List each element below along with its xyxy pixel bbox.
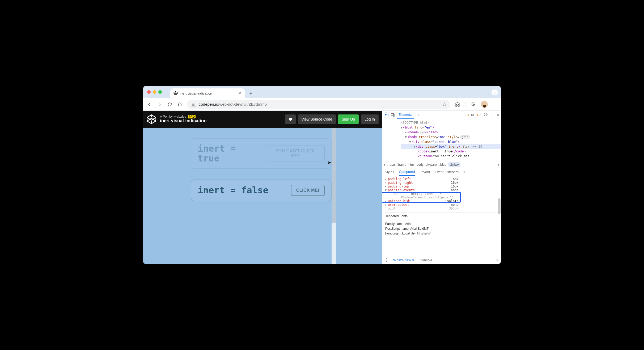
content-area: A Pen by web.dev PRO inert visual-indica… <box>143 111 501 264</box>
reload-button[interactable] <box>167 101 173 107</box>
styles-tabbar: Styles Computed Layout Event Listeners » <box>382 168 501 176</box>
demo-code-true: inert = true <box>198 144 260 164</box>
tab-layout[interactable]: Layout <box>420 170 430 174</box>
browser-window: inert visual-indication ✕ ＋ ⌄ codepen.io… <box>143 86 501 264</box>
settings-icon[interactable] <box>484 112 488 117</box>
drawer-menu-icon[interactable]: ⋮ <box>384 258 388 263</box>
devtools-panel: Elements » 13 7 ⋮ ✕ <!DOCTYPE html> ▼<ht… <box>382 111 501 264</box>
tab-styles-more[interactable]: » <box>463 170 465 174</box>
source-link[interactable]: ZEvdmmo?anon=tr…ew=fullpage:30 <box>385 196 501 199</box>
drawer-console[interactable]: Console <box>420 258 432 262</box>
devtools-tabbar: Elements » 13 7 ⋮ ✕ <box>382 111 501 119</box>
sign-up-button[interactable]: Sign Up <box>338 114 359 124</box>
love-button[interactable] <box>285 114 296 124</box>
crumb-prev-icon[interactable]: ◂ <box>383 163 385 167</box>
tab-event-listeners[interactable]: Event Listeners <box>435 170 459 174</box>
devtools-drawer: ⋮ What's new ✕ Console ✕ <box>382 256 501 264</box>
device-mode-icon[interactable] <box>391 113 395 117</box>
codepen-header: A Pen by web.dev PRO inert visual-indica… <box>143 111 382 128</box>
toolbar-actions: G ⋮ <box>455 101 497 108</box>
tab-list-button[interactable]: ⌄ <box>492 89 498 95</box>
demo-button-enabled[interactable]: CLICK ME! <box>291 185 325 196</box>
devtools-menu-icon[interactable]: ⋮ <box>490 113 494 117</box>
dom-ellipsis-icon: ⋯ <box>383 147 385 151</box>
demo-button-disabled: YOU CAN'T CLICK ME! <box>266 146 325 161</box>
codepen-favicon-icon <box>173 91 178 95</box>
tab-title: inert visual-indication <box>180 91 212 95</box>
view-source-button[interactable]: View Source Code <box>298 114 336 124</box>
svg-point-2 <box>485 114 486 115</box>
close-window-button[interactable] <box>147 90 151 94</box>
tab-styles[interactable]: Styles <box>385 170 394 174</box>
browser-toolbar: codepen.io/web-dot-dev/full/ZEvdmmo ☆ G … <box>143 98 501 111</box>
back-button[interactable] <box>147 101 152 107</box>
preview-scrollbar[interactable] <box>332 128 336 264</box>
demo-code-false: inert = false <box>198 185 268 195</box>
tab-elements[interactable]: Elements <box>397 111 414 119</box>
tab-strip: inert visual-indication ✕ ＋ ⌄ <box>143 86 501 98</box>
log-in-button[interactable]: Log In <box>361 114 379 124</box>
drawer-close-icon[interactable]: ✕ <box>496 258 499 262</box>
address-bar[interactable]: codepen.io/web-dot-dev/full/ZEvdmmo ☆ <box>187 100 450 109</box>
browser-tab[interactable]: inert visual-indication ✕ <box>170 88 245 98</box>
tab-more[interactable]: » <box>416 111 421 119</box>
bookmark-icon[interactable]: ☆ <box>442 101 447 107</box>
breadcrumb[interactable]: ◂ :.result-iframe html body div.parent.b… <box>382 161 501 168</box>
window-controls <box>146 86 164 98</box>
issues-warnings-badge[interactable]: 13 <box>467 113 474 117</box>
devtools-close-icon[interactable]: ✕ <box>497 113 499 117</box>
home-button[interactable] <box>177 101 183 107</box>
profile-avatar[interactable] <box>481 101 488 108</box>
forward-button[interactable] <box>157 101 163 107</box>
close-tab-icon[interactable]: ✕ <box>238 91 242 96</box>
browser-menu-icon[interactable]: ⋮ <box>493 101 497 107</box>
preview-pane: inert = true YOU CAN'T CLICK ME! inert =… <box>143 128 382 264</box>
site-settings-icon[interactable] <box>191 102 196 107</box>
drawer-whats-new[interactable]: What's new ✕ <box>393 258 415 262</box>
codepen-logo-icon <box>146 114 157 125</box>
rendered-fonts-body: Family name: Arial PostScript name: Aria… <box>385 220 501 237</box>
extensions-icon[interactable] <box>455 101 460 107</box>
zoom-window-button[interactable] <box>158 90 162 94</box>
issues-errors-badge[interactable]: 7 <box>477 113 481 117</box>
demo-box-inert-false: inert = false CLICK ME! <box>191 180 332 201</box>
minimize-window-button[interactable] <box>153 90 156 94</box>
inspect-icon[interactable] <box>384 113 388 117</box>
dom-tree[interactable]: <!DOCTYPE html> ▼<html lang="en"> ▸<head… <box>382 119 501 161</box>
codepen-title: inert visual-indication <box>160 118 207 123</box>
devtools-scrollbar[interactable] <box>497 119 501 256</box>
url-text: codepen.io/web-dot-dev/full/ZEvdmmo <box>199 102 267 106</box>
demo-box-inert-true: inert = true YOU CAN'T CLICK ME! <box>191 138 332 169</box>
google-icon[interactable]: G <box>470 101 476 107</box>
new-tab-button[interactable]: ＋ <box>247 89 255 97</box>
tab-computed[interactable]: Computed <box>399 168 415 176</box>
codepen-page: A Pen by web.dev PRO inert visual-indica… <box>143 111 382 264</box>
rendered-fonts-heading: Rendered Fonts <box>385 212 501 220</box>
pro-badge: PRO <box>188 115 196 118</box>
computed-pane[interactable]: ▸padding-left16px ▸padding-right16px ▸pa… <box>382 176 501 256</box>
